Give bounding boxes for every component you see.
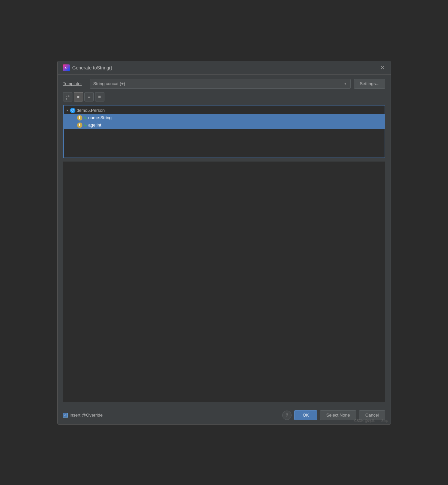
close-button[interactable]: ✕ [380, 65, 385, 70]
sort-az-button[interactable]: ↓az [63, 92, 72, 101]
dot-icon: ● [77, 94, 80, 100]
field-badge-1: f [77, 123, 82, 128]
settings-button[interactable]: Settings... [354, 79, 385, 89]
class-badge: C [70, 108, 75, 113]
template-dropdown[interactable]: String concat (+) ▼ [90, 79, 351, 89]
field-badge-0: f [77, 115, 82, 120]
watermark: CSDN @超早——Step [354, 419, 388, 423]
type-icon-1: ↳ [84, 123, 87, 128]
checkbox-check-icon: ✓ [64, 413, 67, 417]
tree-child-item-0[interactable]: f ↳ name:String [64, 114, 385, 122]
select-none-button[interactable]: Select None [320, 410, 356, 420]
title-bar: IJ Generate toString() ✕ [58, 61, 391, 75]
field-tree: ▾ C demo5.Person f ↳ name:String [63, 105, 385, 158]
tree-root: ▾ C demo5.Person f ↳ name:String [64, 105, 385, 130]
dialog-content: Template: String concat (+) ▼ Settings..… [58, 75, 391, 406]
template-label: Template: [63, 81, 86, 86]
override-checkbox-row: ✓ Insert @Override [63, 413, 279, 418]
tree-child-item-1[interactable]: f ↳ age:int [64, 122, 385, 129]
sort-az-icon: ↓az [66, 93, 69, 100]
dropdown-arrow-icon: ▼ [344, 82, 347, 85]
override-label: Insert @Override [70, 413, 103, 418]
app-icon: IJ [63, 64, 70, 71]
title-bar-left: IJ Generate toString() [63, 64, 112, 71]
template-row: Template: String concat (+) ▼ Settings..… [63, 79, 385, 89]
align1-icon: ≡ [87, 94, 90, 99]
help-button[interactable]: ? [282, 411, 292, 420]
parent-item-label: demo5.Person [77, 108, 105, 113]
empty-area [63, 162, 385, 402]
ok-button[interactable]: OK [294, 410, 317, 420]
override-checkbox[interactable]: ✓ [63, 413, 68, 418]
footer: ✓ Insert @Override ? OK Select None Canc… [58, 406, 391, 424]
chevron-down-icon: ▾ [66, 108, 68, 112]
align2-icon: ≡ [98, 94, 101, 99]
dot-button[interactable]: ● [74, 92, 83, 101]
tree-parent-item[interactable]: ▾ C demo5.Person [64, 107, 385, 114]
align1-button[interactable]: ≡ [84, 92, 94, 101]
generate-tostring-dialog: IJ Generate toString() ✕ Template: Strin… [57, 61, 391, 425]
template-value: String concat (+) [93, 81, 125, 86]
child-item-label-1: age:int [88, 123, 101, 128]
toolbar-row: ↓az ● ≡ ≡ [63, 92, 385, 101]
child-item-label-0: name:String [88, 115, 112, 120]
type-icon-0: ↳ [84, 115, 87, 120]
dialog-title: Generate toString() [72, 65, 112, 70]
align2-button[interactable]: ≡ [95, 92, 104, 101]
